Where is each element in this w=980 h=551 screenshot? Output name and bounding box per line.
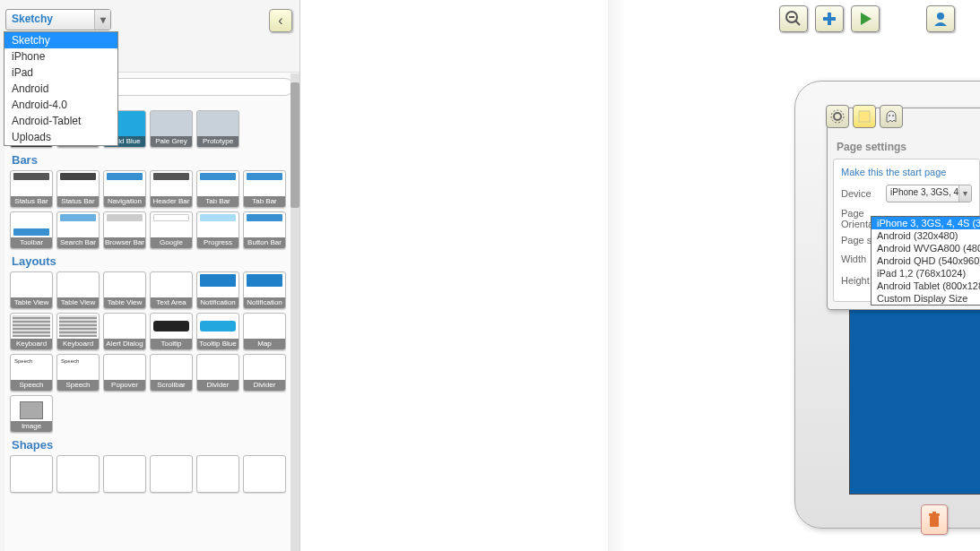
layout-thumb-image[interactable]: Image xyxy=(10,395,53,433)
svg-point-11 xyxy=(892,115,894,116)
device-option[interactable]: Android WVGA800 (480x800) xyxy=(872,242,980,254)
layout-thumb[interactable]: Table View xyxy=(56,271,100,309)
svg-line-1 xyxy=(795,21,800,25)
canvas[interactable]: Feedback Page settings Make this the sta… xyxy=(301,0,980,551)
layout-thumb[interactable]: Tooltip Blue xyxy=(196,313,239,350)
shape-thumb[interactable] xyxy=(56,455,100,493)
layout-thumb[interactable]: Alert Dialog xyxy=(103,313,146,350)
device-option[interactable]: iPad 1,2 (768x1024) xyxy=(872,267,980,280)
theme-option[interactable]: Android-Tablet xyxy=(4,113,117,129)
layout-thumb[interactable]: Divider xyxy=(196,354,239,392)
bar-thumb[interactable]: Button Bar xyxy=(243,211,286,249)
trash-button[interactable] xyxy=(921,504,948,535)
bar-thumb[interactable]: Tab Bar xyxy=(196,170,239,208)
make-start-page-link[interactable]: Make this the start page xyxy=(841,167,972,177)
popup-title: Page settings xyxy=(828,135,980,159)
svg-point-10 xyxy=(889,115,890,116)
bar-thumb[interactable]: Search Bar xyxy=(56,211,100,249)
layout-thumb[interactable]: Text Area xyxy=(150,271,193,309)
plus-icon xyxy=(820,10,838,28)
shape-thumb[interactable] xyxy=(243,455,286,493)
bar-thumb[interactable]: Browser Bar xyxy=(103,211,146,249)
layout-thumb[interactable]: Table View xyxy=(10,271,53,309)
svg-point-6 xyxy=(937,13,944,20)
section-title-layouts: Layouts xyxy=(12,254,294,268)
layout-thumb[interactable]: Scrollbar xyxy=(150,354,193,392)
bar-thumb[interactable]: Toolbar xyxy=(10,211,53,249)
trash-icon xyxy=(926,511,942,529)
theme-option[interactable]: Android xyxy=(4,81,117,97)
layout-thumb[interactable]: SpeechSpeech xyxy=(10,354,53,392)
device-option[interactable]: Custom Display Size xyxy=(872,292,980,305)
theme-thumb-prototype[interactable]: Prototype xyxy=(196,110,239,148)
device-option[interactable]: iPhone 3, 3GS, 4, 4S (320x480) xyxy=(872,217,980,229)
device-option[interactable]: Android Tablet (800x1280) xyxy=(872,280,980,292)
bar-thumb[interactable]: Navigation xyxy=(103,170,146,208)
sidebar-scrollbar[interactable] xyxy=(291,73,299,551)
user-icon xyxy=(932,10,950,28)
theme-option[interactable]: iPhone xyxy=(4,48,117,65)
chevron-left-icon: ‹ xyxy=(278,13,282,28)
theme-select-value: Sketchy xyxy=(12,13,53,25)
bar-thumb[interactable]: Progress xyxy=(196,211,239,249)
shape-thumb[interactable] xyxy=(196,455,239,493)
layout-thumb[interactable]: Keyboard xyxy=(10,313,53,350)
layout-thumb[interactable]: Notification xyxy=(243,271,286,309)
bar-thumb[interactable]: Status Bar xyxy=(10,170,53,208)
layout-thumb[interactable]: SpeechSpeech xyxy=(56,354,100,392)
theme-option[interactable]: iPad xyxy=(4,65,117,81)
zoom-out-icon xyxy=(785,10,802,28)
layout-thumb[interactable]: Keyboard xyxy=(56,313,100,350)
bar-thumb[interactable]: Status Bar xyxy=(56,170,100,208)
bar-thumb[interactable]: Google xyxy=(150,211,193,249)
layouts-row: Table View Table View Table View Text Ar… xyxy=(10,271,294,433)
layout-thumb[interactable]: Table View xyxy=(103,271,146,309)
add-page-button[interactable] xyxy=(815,5,844,32)
collapse-sidebar-button[interactable]: ‹ xyxy=(269,9,292,32)
zoom-out-button[interactable] xyxy=(779,5,808,32)
layout-thumb[interactable]: Popover xyxy=(103,354,146,392)
svg-rect-9 xyxy=(859,111,870,122)
device-label: Device xyxy=(841,188,886,199)
ghost-button[interactable] xyxy=(880,105,903,128)
device-option[interactable]: Android (320x480) xyxy=(872,229,980,242)
play-button[interactable] xyxy=(851,5,880,32)
sidebar: Sketchy ▾ Sketchy iPhone iPad Android An… xyxy=(0,0,300,551)
section-title-shapes: Shapes xyxy=(12,438,294,452)
layout-thumb[interactable]: Notification xyxy=(196,271,239,309)
device-select[interactable]: iPhone 3, 3GS, 4, 4S (320x480) ▾ xyxy=(886,185,972,202)
shape-thumb[interactable] xyxy=(10,455,53,493)
svg-point-7 xyxy=(834,113,841,120)
gear-icon xyxy=(830,109,845,124)
play-icon xyxy=(856,10,874,28)
theme-option[interactable]: Sketchy xyxy=(4,32,117,48)
user-button[interactable] xyxy=(926,5,955,32)
layout-thumb[interactable]: Map xyxy=(243,313,286,350)
svg-rect-14 xyxy=(932,512,936,513)
theme-select[interactable]: Sketchy ▾ xyxy=(5,9,111,30)
svg-rect-12 xyxy=(930,516,939,527)
shape-thumb[interactable] xyxy=(103,455,146,493)
layout-thumb[interactable]: Tooltip xyxy=(150,313,193,350)
bar-thumb[interactable]: Header Bar xyxy=(150,170,193,208)
ghost-icon xyxy=(884,109,898,124)
bars-row: Status Bar Status Bar Navigation Header … xyxy=(10,170,294,249)
scrollbar-thumb[interactable] xyxy=(291,82,299,208)
settings-gear-button[interactable] xyxy=(826,105,849,128)
canvas-shadow xyxy=(608,0,626,551)
theme-option[interactable]: Android-4.0 xyxy=(4,97,117,113)
theme-option[interactable]: Uploads xyxy=(4,129,117,145)
chevron-down-icon: ▾ xyxy=(94,10,110,30)
theme-thumb-palegrey[interactable]: Pale Grey xyxy=(150,110,193,148)
device-dropdown[interactable]: iPhone 3, 3GS, 4, 4S (320x480) Android (… xyxy=(871,216,980,306)
note-icon xyxy=(858,110,871,123)
layout-thumb[interactable]: Divider xyxy=(243,354,286,392)
chevron-down-icon: ▾ xyxy=(958,185,971,202)
section-title-bars: Bars xyxy=(12,153,294,167)
svg-marker-5 xyxy=(861,13,872,25)
note-button[interactable] xyxy=(853,105,876,128)
device-option[interactable]: Android QHD (540x960) xyxy=(872,254,980,267)
bar-thumb[interactable]: Tab Bar xyxy=(243,170,286,208)
shape-thumb[interactable] xyxy=(150,455,193,493)
theme-dropdown[interactable]: Sketchy iPhone iPad Android Android-4.0 … xyxy=(4,31,118,146)
